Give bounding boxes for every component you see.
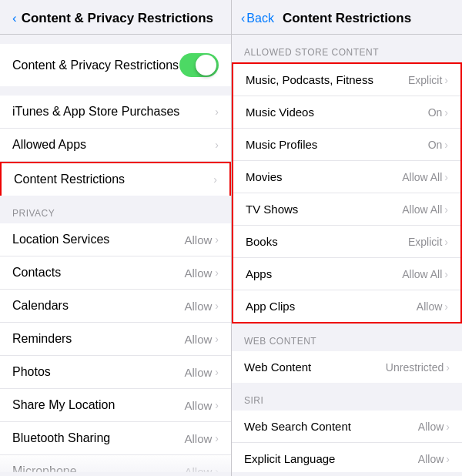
music-podcasts-item[interactable]: Music, Podcasts, Fitness Explicit › bbox=[233, 64, 460, 96]
web-content-item[interactable]: Web Content Unrestricted › bbox=[232, 351, 462, 383]
chevron-icon: › bbox=[215, 300, 219, 312]
allowed-apps-label: Allowed Apps bbox=[12, 138, 86, 152]
chevron-icon: › bbox=[446, 361, 450, 374]
chevron-icon: › bbox=[215, 333, 219, 345]
chevron-icon: › bbox=[215, 233, 219, 246]
share-location-value: Allow bbox=[184, 399, 212, 412]
music-videos-item[interactable]: Music Videos On › bbox=[233, 96, 460, 129]
music-profiles-item[interactable]: Music Profiles On › bbox=[233, 129, 460, 161]
tv-shows-item[interactable]: TV Shows Allow All › bbox=[233, 193, 460, 226]
photos-item[interactable]: Photos Allow › bbox=[0, 356, 231, 389]
contacts-item[interactable]: Contacts Allow › bbox=[0, 256, 231, 290]
movies-label: Movies bbox=[246, 170, 283, 183]
bluetooth-item[interactable]: Bluetooth Sharing Allow › bbox=[0, 422, 231, 455]
store-content-group: Music, Podcasts, Fitness Explicit › Musi… bbox=[232, 62, 462, 323]
location-services-right: Allow › bbox=[184, 233, 219, 246]
music-profiles-value: On bbox=[428, 139, 443, 151]
right-panel-title: Content Restrictions bbox=[283, 11, 411, 26]
music-profiles-right: On › bbox=[428, 139, 448, 151]
tv-shows-right: Allow All › bbox=[402, 203, 448, 216]
calendars-value: Allow bbox=[184, 300, 212, 313]
web-content-group: Web Content Unrestricted › bbox=[232, 351, 462, 383]
movies-value: Allow All bbox=[402, 171, 442, 183]
explicit-language-right: Allow › bbox=[418, 453, 450, 465]
chevron-icon: › bbox=[215, 432, 219, 444]
reminders-item[interactable]: Reminders Allow › bbox=[0, 323, 231, 356]
right-scroll-area: ALLOWED STORE CONTENT Music, Podcasts, F… bbox=[232, 35, 462, 472]
share-location-item[interactable]: Share My Location Allow › bbox=[0, 389, 231, 422]
content-restrictions-item[interactable]: Content Restrictions › bbox=[0, 162, 231, 196]
movies-item[interactable]: Movies Allow All › bbox=[233, 161, 460, 193]
chevron-icon: › bbox=[215, 106, 219, 118]
calendars-right: Allow › bbox=[184, 300, 219, 313]
apps-label: Apps bbox=[246, 267, 272, 280]
microphone-right: Allow › bbox=[184, 465, 219, 473]
microphone-value: Allow bbox=[184, 465, 212, 473]
allowed-apps-item[interactable]: Allowed Apps › bbox=[0, 129, 231, 162]
chevron-icon: › bbox=[446, 421, 450, 433]
explicit-language-item[interactable]: Explicit Language Allow › bbox=[232, 443, 462, 472]
tv-shows-label: TV Shows bbox=[246, 203, 298, 216]
books-item[interactable]: Books Explicit › bbox=[233, 226, 460, 258]
right-header: ‹ Back Content Restrictions bbox=[232, 0, 462, 35]
allowed-store-section-label: ALLOWED STORE CONTENT bbox=[232, 35, 462, 62]
apps-item[interactable]: Apps Allow All › bbox=[233, 258, 460, 290]
web-content-label: Web Content bbox=[244, 360, 311, 374]
app-clips-right: Allow › bbox=[417, 300, 448, 313]
app-clips-label: App Clips bbox=[246, 300, 295, 313]
privacy-toggle[interactable] bbox=[179, 53, 219, 77]
bluetooth-value: Allow bbox=[184, 432, 212, 445]
share-location-right: Allow › bbox=[184, 399, 219, 412]
music-profiles-label: Music Profiles bbox=[246, 138, 317, 151]
microphone-item[interactable]: Microphone Allow › bbox=[0, 455, 231, 472]
back-chevron-icon: ‹ bbox=[241, 12, 245, 25]
chevron-icon: › bbox=[213, 173, 217, 186]
books-right: Explicit › bbox=[408, 236, 448, 248]
contacts-value: Allow bbox=[184, 266, 212, 280]
privacy-section-label: PRIVACY bbox=[0, 196, 231, 223]
books-label: Books bbox=[246, 235, 278, 248]
bluetooth-right: Allow › bbox=[184, 432, 219, 445]
location-services-label: Location Services bbox=[12, 233, 109, 246]
location-services-item[interactable]: Location Services Allow › bbox=[0, 223, 231, 256]
chevron-icon: › bbox=[215, 266, 219, 279]
chevron-icon: › bbox=[444, 106, 448, 119]
web-search-content-value: Allow bbox=[418, 421, 444, 433]
movies-right: Allow All › bbox=[402, 171, 448, 183]
chevron-icon: › bbox=[444, 300, 448, 313]
top-menu-group: iTunes & App Store Purchases › Allowed A… bbox=[0, 96, 231, 196]
chevron-icon: › bbox=[215, 366, 219, 378]
calendars-label: Calendars bbox=[12, 299, 69, 313]
location-services-value: Allow bbox=[184, 233, 212, 246]
contacts-right: Allow › bbox=[184, 266, 219, 280]
music-videos-right: On › bbox=[428, 106, 448, 119]
itunes-purchases-item[interactable]: iTunes & App Store Purchases › bbox=[0, 96, 231, 129]
allowed-apps-right: › bbox=[215, 139, 219, 151]
photos-label: Photos bbox=[12, 365, 51, 379]
web-search-content-label: Web Search Content bbox=[244, 420, 351, 433]
web-search-content-item[interactable]: Web Search Content Allow › bbox=[232, 411, 462, 443]
app-clips-item[interactable]: App Clips Allow › bbox=[233, 290, 460, 322]
chevron-icon: › bbox=[215, 139, 219, 151]
chevron-icon: › bbox=[444, 171, 448, 183]
microphone-label: Microphone bbox=[12, 464, 77, 472]
back-button[interactable]: ‹ Back bbox=[241, 12, 274, 25]
chevron-icon: › bbox=[446, 453, 450, 465]
reminders-right: Allow › bbox=[184, 333, 219, 346]
itunes-purchases-label: iTunes & App Store Purchases bbox=[12, 105, 179, 119]
music-podcasts-right: Explicit › bbox=[408, 74, 448, 86]
calendars-item[interactable]: Calendars Allow › bbox=[0, 290, 231, 323]
chevron-icon: › bbox=[444, 74, 448, 86]
chevron-icon: › bbox=[444, 139, 448, 151]
left-panel-title: Content & Privacy Restrictions bbox=[22, 11, 213, 26]
bluetooth-label: Bluetooth Sharing bbox=[12, 431, 110, 445]
chevron-icon: › bbox=[215, 399, 219, 411]
chevron-icon: › bbox=[444, 268, 448, 280]
web-content-right: Unrestricted › bbox=[386, 361, 450, 374]
back-arrow-icon[interactable]: ‹ bbox=[12, 11, 17, 26]
tv-shows-value: Allow All bbox=[402, 203, 442, 216]
books-value: Explicit bbox=[408, 236, 442, 248]
toggle-knob bbox=[196, 55, 216, 75]
chevron-icon: › bbox=[215, 465, 219, 472]
left-panel: ‹ Content & Privacy Restrictions Content… bbox=[0, 0, 231, 476]
